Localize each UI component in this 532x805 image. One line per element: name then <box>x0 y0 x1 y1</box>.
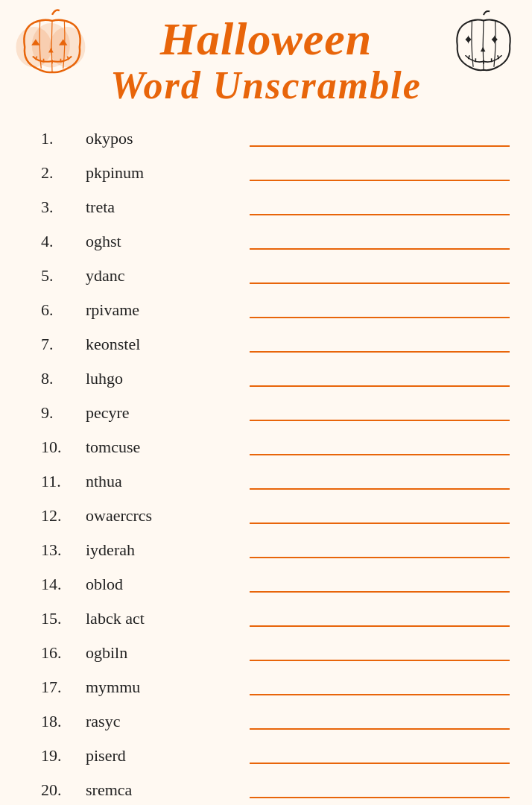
word-row: 9.pecyre <box>41 403 510 424</box>
answer-line[interactable] <box>250 420 510 421</box>
word-number: 11. <box>41 472 86 493</box>
word-row: 8.luhgo <box>41 369 510 390</box>
answer-line[interactable] <box>250 454 510 455</box>
word-scrambled: pkpinum <box>86 163 242 184</box>
word-row: 3.treta <box>41 198 510 218</box>
pumpkin-left-icon <box>15 7 89 75</box>
word-row: 13.iyderah <box>41 540 510 561</box>
answer-line[interactable] <box>250 180 510 181</box>
word-scrambled: rpivame <box>86 300 242 321</box>
word-number: 7. <box>41 335 86 356</box>
word-row: 5.ydanc <box>41 266 510 287</box>
answer-line[interactable] <box>250 317 510 318</box>
word-number: 17. <box>41 678 86 698</box>
word-list: 1.okypos2.pkpinum3.treta4.oghst5.ydanc6.… <box>0 129 532 805</box>
word-scrambled: labck act <box>86 609 242 630</box>
word-scrambled: tomcuse <box>86 438 242 458</box>
answer-line[interactable] <box>250 694 510 695</box>
word-scrambled: treta <box>86 198 242 218</box>
word-row: 7.keonstel <box>41 335 510 356</box>
answer-line[interactable] <box>250 385 510 387</box>
answer-line[interactable] <box>250 488 510 490</box>
word-row: 16.ogbiln <box>41 643 510 664</box>
word-row: 19.piserd <box>41 746 510 767</box>
word-row: 18.rasyc <box>41 712 510 733</box>
word-row: 11.nthua <box>41 472 510 493</box>
word-number: 6. <box>41 300 86 321</box>
word-row: 20.sremca <box>41 780 510 801</box>
answer-line[interactable] <box>250 248 510 250</box>
word-scrambled: pecyre <box>86 403 242 424</box>
word-scrambled: ydanc <box>86 266 242 287</box>
word-row: 17.mymmu <box>41 678 510 698</box>
word-scrambled: luhgo <box>86 369 242 390</box>
word-number: 20. <box>41 780 86 801</box>
answer-line[interactable] <box>250 797 510 798</box>
word-scrambled: owaercrcs <box>86 506 242 527</box>
answer-line[interactable] <box>250 282 510 284</box>
word-number: 4. <box>41 232 86 253</box>
word-row: 15.labck act <box>41 609 510 630</box>
word-number: 3. <box>41 198 86 218</box>
word-number: 16. <box>41 643 86 664</box>
word-row: 1.okypos <box>41 129 510 150</box>
answer-line[interactable] <box>250 728 510 730</box>
word-scrambled: oblod <box>86 575 242 596</box>
word-number: 18. <box>41 712 86 733</box>
answer-line[interactable] <box>250 763 510 764</box>
answer-line[interactable] <box>250 351 510 353</box>
word-number: 19. <box>41 746 86 767</box>
word-number: 5. <box>41 266 86 287</box>
word-scrambled: rasyc <box>86 712 242 733</box>
answer-line[interactable] <box>250 557 510 558</box>
svg-marker-12 <box>467 35 469 43</box>
word-number: 13. <box>41 540 86 561</box>
svg-marker-15 <box>481 47 486 52</box>
answer-line[interactable] <box>250 660 510 661</box>
answer-line[interactable] <box>250 523 510 524</box>
word-row: 14.oblod <box>41 575 510 596</box>
word-scrambled: iyderah <box>86 540 242 561</box>
word-scrambled: keonstel <box>86 335 242 356</box>
word-scrambled: sremca <box>86 780 242 801</box>
word-number: 15. <box>41 609 86 630</box>
word-row: 6.rpivame <box>41 300 510 321</box>
answer-line[interactable] <box>250 145 510 147</box>
word-scrambled: mymmu <box>86 678 242 698</box>
word-number: 14. <box>41 575 86 596</box>
word-scrambled: ogbiln <box>86 643 242 664</box>
word-number: 10. <box>41 438 86 458</box>
word-row: 12.owaercrcs <box>41 506 510 527</box>
word-number: 8. <box>41 369 86 390</box>
answer-line[interactable] <box>250 625 510 627</box>
word-number: 12. <box>41 506 86 527</box>
word-row: 10.tomcuse <box>41 438 510 458</box>
pumpkin-right-icon <box>450 7 517 75</box>
word-number: 9. <box>41 403 86 424</box>
word-row: 2.pkpinum <box>41 163 510 184</box>
word-scrambled: piserd <box>86 746 242 767</box>
page-header: Halloween Word Unscramble <box>0 0 532 114</box>
word-number: 2. <box>41 163 86 184</box>
word-scrambled: nthua <box>86 472 242 493</box>
word-row: 4.oghst <box>41 232 510 253</box>
answer-line[interactable] <box>250 591 510 593</box>
answer-line[interactable] <box>250 214 510 215</box>
word-scrambled: oghst <box>86 232 242 253</box>
word-number: 1. <box>41 129 86 150</box>
word-scrambled: okypos <box>86 129 242 150</box>
